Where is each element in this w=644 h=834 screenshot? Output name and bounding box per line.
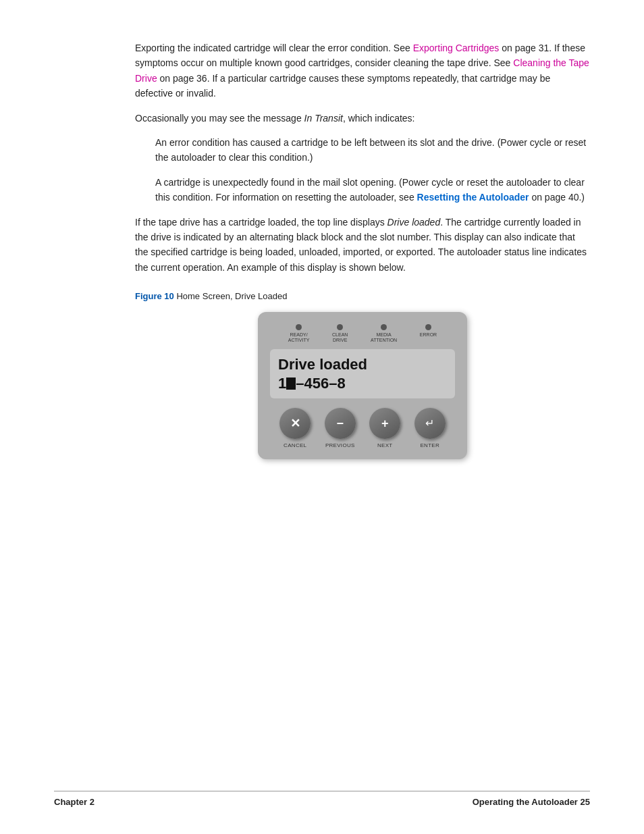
- cancel-button[interactable]: ✕: [279, 408, 311, 439]
- footer-page-info: Operating the Autoloader 25: [473, 797, 590, 807]
- led-error: ERROR: [420, 324, 437, 344]
- next-button[interactable]: +: [369, 408, 400, 439]
- enter-button-item: ↵ ENTER: [414, 408, 446, 448]
- led-label-ready: READY/ACTIVITY: [288, 332, 310, 344]
- led-row: READY/ACTIVITY CLEANDRIVE MEDIAATTENTION…: [270, 324, 455, 344]
- display-line2: 1–456–8: [278, 375, 447, 392]
- previous-button[interactable]: −: [325, 408, 356, 439]
- enter-button[interactable]: ↵: [414, 408, 446, 439]
- enter-label: ENTER: [420, 442, 439, 448]
- led-label-clean: CLEANDRIVE: [332, 332, 348, 344]
- exporting-cartridges-link[interactable]: Exporting Cartridges: [413, 43, 500, 53]
- figure-title: Home Screen, Drive Loaded: [176, 291, 287, 301]
- p2-text2: , which indicates:: [343, 113, 415, 124]
- page-footer: Chapter 2 Operating the Autoloader 25: [54, 791, 590, 807]
- led-label-media: MEDIAATTENTION: [371, 332, 397, 344]
- led-dot-clean: [337, 324, 343, 330]
- cancel-icon: ✕: [290, 417, 300, 429]
- led-ready-activity: READY/ACTIVITY: [288, 324, 310, 344]
- led-clean-drive: CLEANDRIVE: [332, 324, 348, 344]
- device-illustration: READY/ACTIVITY CLEANDRIVE MEDIAATTENTION…: [135, 312, 590, 459]
- previous-label: PREVIOUS: [325, 442, 355, 448]
- figure-label: Figure 10: [135, 291, 174, 301]
- p1-text1: Exporting the indicated cartridge will c…: [135, 43, 413, 53]
- ip1-text: An error condition has caused a cartridg…: [155, 137, 586, 163]
- next-icon: +: [381, 417, 389, 429]
- display-screen: Drive loaded 1–456–8: [270, 349, 455, 398]
- page-container: Exporting the indicated cartridge will c…: [0, 0, 644, 834]
- led-label-error: ERROR: [420, 332, 437, 338]
- paragraph-3: If the tape drive has a cartridge loaded…: [135, 215, 590, 276]
- enter-icon: ↵: [425, 418, 434, 429]
- display-prefix: 1: [278, 375, 286, 392]
- led-dot-ready: [296, 324, 302, 330]
- previous-icon: −: [336, 417, 344, 429]
- p2-text1: Occasionally you may see the message: [135, 113, 304, 124]
- next-button-item: + NEXT: [369, 408, 400, 448]
- next-label: NEXT: [377, 442, 393, 448]
- led-media-attention: MEDIAATTENTION: [371, 324, 397, 344]
- display-suffix: –456–8: [296, 375, 345, 392]
- cancel-label: CANCEL: [284, 442, 306, 448]
- paragraph-1: Exporting the indicated cartridge will c…: [135, 41, 590, 101]
- p1-text3: on page 36. If a particular cartridge ca…: [135, 73, 550, 99]
- paragraph-2: Occasionally you may see the message In …: [135, 111, 590, 126]
- p3-text1: If the tape drive has a cartridge loaded…: [135, 217, 387, 228]
- display-black-block: [286, 377, 296, 390]
- display-line1: Drive loaded: [278, 356, 447, 373]
- device-box: READY/ACTIVITY CLEANDRIVE MEDIAATTENTION…: [258, 312, 467, 459]
- figure-caption: Figure 10 Home Screen, Drive Loaded: [135, 291, 590, 301]
- led-dot-media: [381, 324, 387, 330]
- ip2-text2: on page 40.): [529, 192, 585, 203]
- p2-in-transit: In Transit: [304, 113, 343, 124]
- footer-chapter: Chapter 2: [54, 797, 95, 807]
- button-row: ✕ CANCEL − PREVIOUS + NEXT: [270, 408, 455, 448]
- led-dot-error: [425, 324, 431, 330]
- indented-paragraph-2: A cartridge is unexpectedly found in the…: [155, 175, 590, 205]
- p3-drive-loaded: Drive loaded: [387, 217, 441, 228]
- cancel-button-item: ✕ CANCEL: [279, 408, 311, 448]
- resetting-autoloader-link[interactable]: Resetting the Autoloader: [417, 192, 529, 203]
- previous-button-item: − PREVIOUS: [325, 408, 356, 448]
- indented-paragraph-1: An error condition has caused a cartridg…: [155, 135, 590, 165]
